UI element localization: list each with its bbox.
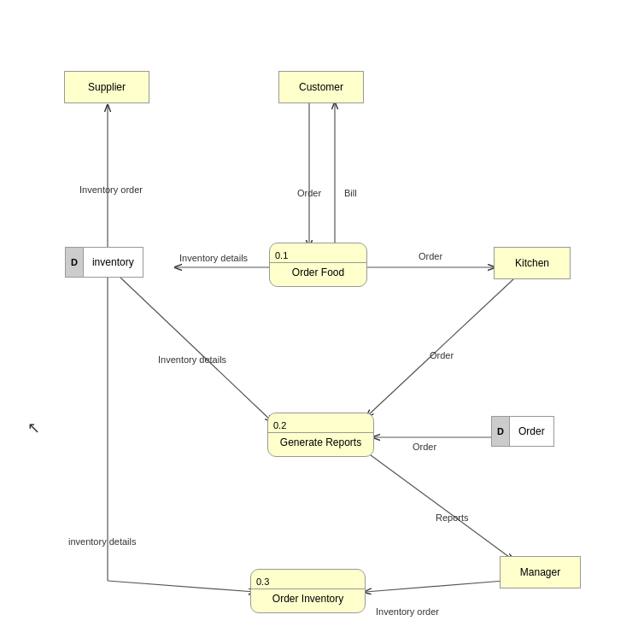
- customer-label: Customer: [299, 81, 343, 93]
- order-food-tag: 0.1: [270, 249, 366, 263]
- label-inventory-details-2: Inventory details: [158, 354, 226, 365]
- inventory-store-node: D inventory: [65, 247, 143, 278]
- label-inventory-details-1: Inventory details: [179, 253, 248, 263]
- generate-reports-node: 0.2 Generate Reports: [267, 413, 374, 457]
- label-order-down: Order: [297, 188, 321, 198]
- diagram-container: Supplier Customer D inventory 0.1 Order …: [0, 0, 644, 644]
- order-d-label: D: [491, 416, 510, 447]
- kitchen-node: Kitchen: [494, 247, 571, 279]
- svg-line-6: [367, 279, 513, 416]
- svg-line-11: [108, 581, 255, 592]
- order-inventory-label: Order Inventory: [251, 589, 365, 608]
- supplier-label: Supplier: [88, 81, 126, 93]
- label-order-to-kitchen: Order: [419, 251, 442, 261]
- label-inventory-order-bottom: Inventory order: [376, 606, 439, 617]
- order-food-label: Order Food: [270, 263, 366, 282]
- order-name-label: Order: [510, 416, 554, 447]
- generate-reports-label: Generate Reports: [268, 433, 373, 452]
- order-food-node: 0.1 Order Food: [269, 243, 367, 287]
- svg-line-8: [367, 453, 512, 559]
- order-inventory-node: 0.3 Order Inventory: [250, 569, 366, 613]
- label-reports: Reports: [436, 512, 469, 523]
- order-inventory-tag: 0.3: [251, 575, 365, 589]
- label-inventory-order-up: Inventory order: [79, 184, 143, 195]
- manager-node: Manager: [500, 556, 581, 588]
- inventory-d-label: D: [65, 247, 84, 278]
- label-inventory-details-3: inventory details: [68, 536, 137, 547]
- manager-label: Manager: [520, 566, 560, 578]
- svg-line-5: [120, 278, 272, 421]
- svg-line-9: [366, 581, 504, 592]
- kitchen-label: Kitchen: [515, 257, 549, 269]
- supplier-node: Supplier: [64, 71, 149, 103]
- customer-node: Customer: [278, 71, 364, 103]
- generate-reports-tag: 0.2: [268, 419, 373, 433]
- label-bill: Bill: [344, 188, 357, 198]
- order-store-node: D Order: [491, 416, 554, 447]
- label-order-from-store: Order: [413, 442, 436, 452]
- inventory-name-label: inventory: [84, 247, 143, 278]
- cursor-icon: ↖: [27, 419, 40, 437]
- label-order-to-report: Order: [430, 350, 454, 360]
